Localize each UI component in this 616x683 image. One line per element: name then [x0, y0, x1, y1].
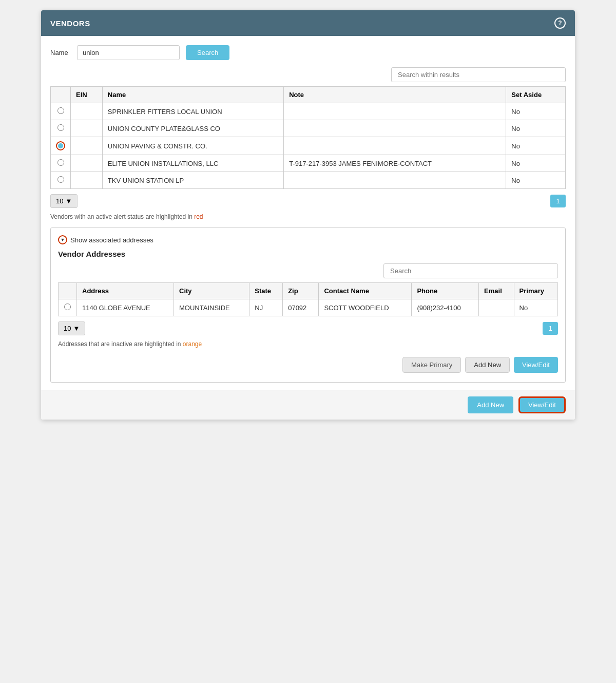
addr-col-select — [59, 283, 77, 299]
addr-search-row — [58, 263, 558, 278]
inactive-note: Addresses that are inactive are highligh… — [58, 340, 558, 348]
addresses-table: Address City State Zip Contact Name Phon… — [58, 282, 558, 316]
radio-cell[interactable] — [51, 137, 71, 155]
addr-radio[interactable] — [64, 303, 71, 310]
name-input[interactable] — [77, 45, 180, 60]
toggle-triangle-icon: ▼ — [61, 237, 65, 242]
vendors-table: EIN Name Note Set Aside SPRINKLER FITTER… — [50, 86, 566, 189]
vendor-setaside: No — [506, 172, 566, 189]
addr-col-primary: Primary — [514, 283, 557, 299]
vendor-name: TKV UNION STATION LP — [102, 172, 283, 189]
vendor-setaside: No — [506, 155, 566, 172]
addr-per-page-value: 10 — [64, 325, 71, 332]
addr-email — [479, 299, 514, 316]
addr-col-city: City — [174, 283, 249, 299]
addr-phone: (908)232-4100 — [412, 299, 479, 316]
vendor-ein — [71, 172, 103, 189]
toggle-label: Show associated addresses — [70, 236, 153, 244]
addr-search-input[interactable] — [383, 263, 558, 278]
addr-zip: 07092 — [283, 299, 319, 316]
radio-selected-icon[interactable] — [56, 141, 65, 150]
page-number[interactable]: 1 — [550, 195, 566, 207]
addr-col-email: Email — [479, 283, 514, 299]
add-new-address-button[interactable]: Add New — [465, 357, 510, 373]
vendor-ein — [71, 137, 103, 155]
per-page-value: 10 — [56, 197, 63, 205]
addresses-title: Vendor Addresses — [58, 250, 558, 258]
addr-page-number[interactable]: 1 — [543, 322, 558, 335]
addr-radio-cell[interactable] — [59, 299, 77, 316]
vendor-ein — [71, 103, 103, 120]
col-note: Note — [284, 87, 506, 103]
addr-per-page-dropdown[interactable]: 10 ▼ — [58, 321, 85, 335]
vendor-note — [284, 137, 506, 155]
vendor-ein — [71, 120, 103, 137]
col-select — [51, 87, 71, 103]
addr-col-address: Address — [77, 283, 174, 299]
addr-col-state: State — [249, 283, 283, 299]
alert-note-text: Vendors with an active alert status are … — [50, 213, 194, 220]
vendor-setaside: No — [506, 120, 566, 137]
radio-cell[interactable] — [51, 155, 71, 172]
vendor-note — [284, 172, 506, 189]
vendor-name: SPRINKLER FITTERS LOCAL UNION — [102, 103, 283, 120]
view-edit-address-button[interactable]: View/Edit — [514, 357, 558, 373]
vendor-radio[interactable] — [57, 107, 64, 114]
addr-primary: No — [514, 299, 557, 316]
modal-body: Name Search EIN Name Note Set Aside SPRI… — [41, 36, 575, 383]
table-row: UNION COUNTY PLATE&GLASS CONo — [51, 120, 566, 137]
vendor-name: ELITE UNION INSTALLATIONS, LLC — [102, 155, 283, 172]
vendor-setaside: No — [506, 137, 566, 155]
vendor-setaside: No — [506, 103, 566, 120]
search-button[interactable]: Search — [186, 45, 229, 60]
addr-pagination-row: 10 ▼ 1 — [58, 321, 558, 335]
make-primary-button[interactable]: Make Primary — [402, 357, 461, 373]
table-row: ELITE UNION INSTALLATIONS, LLCT-917-217-… — [51, 155, 566, 172]
addr-col-contact: Contact Name — [319, 283, 412, 299]
addr-table-row: 1140 GLOBE AVENUEMOUNTAINSIDENJ07092SCOT… — [59, 299, 558, 316]
per-page-chevron: ▼ — [65, 197, 72, 205]
addr-contact: SCOTT WOODFIELD — [319, 299, 412, 316]
vendors-pagination-row: 10 ▼ 1 — [50, 194, 566, 208]
add-new-footer-button[interactable]: Add New — [468, 396, 513, 413]
addr-action-buttons: Make Primary Add New View/Edit — [58, 354, 558, 375]
addresses-section: ▼ Show associated addresses Vendor Addre… — [50, 227, 566, 383]
help-icon[interactable]: ? — [554, 17, 566, 29]
radio-cell[interactable] — [51, 120, 71, 137]
addr-city: MOUNTAINSIDE — [174, 299, 249, 316]
modal-footer: Add New View/Edit — [41, 390, 575, 420]
vendor-name: UNION PAVING & CONSTR. CO. — [102, 137, 283, 155]
toggle-addresses[interactable]: ▼ Show associated addresses — [58, 235, 558, 244]
per-page-dropdown[interactable]: 10 ▼ — [50, 194, 78, 208]
vendor-radio[interactable] — [57, 176, 64, 183]
name-search-row: Name Search — [50, 45, 566, 60]
addr-address: 1140 GLOBE AVENUE — [77, 299, 174, 316]
inactive-note-text: Addresses that are inactive are highligh… — [58, 340, 183, 348]
col-ein: EIN — [71, 87, 103, 103]
table-row: SPRINKLER FITTERS LOCAL UNIONNo — [51, 103, 566, 120]
vendor-note: T-917-217-3953 JAMES FENIMORE-CONTACT — [284, 155, 506, 172]
vendor-name: UNION COUNTY PLATE&GLASS CO — [102, 120, 283, 137]
vendor-note — [284, 120, 506, 137]
view-edit-footer-button[interactable]: View/Edit — [518, 396, 566, 413]
toggle-circle-icon: ▼ — [58, 235, 67, 244]
addr-col-zip: Zip — [283, 283, 319, 299]
modal-title: VENDORS — [50, 19, 90, 28]
addr-state: NJ — [249, 299, 283, 316]
radio-cell[interactable] — [51, 172, 71, 189]
search-within-row — [50, 67, 566, 82]
name-label: Name — [50, 49, 71, 56]
addr-per-page-chevron: ▼ — [73, 325, 80, 332]
col-name: Name — [102, 87, 283, 103]
radio-cell[interactable] — [51, 103, 71, 120]
vendor-radio[interactable] — [57, 159, 64, 166]
table-row: UNION PAVING & CONSTR. CO.No — [51, 137, 566, 155]
vendor-radio[interactable] — [57, 124, 64, 131]
modal-header: VENDORS ? — [41, 10, 575, 36]
col-setaside: Set Aside — [506, 87, 566, 103]
table-row: TKV UNION STATION LPNo — [51, 172, 566, 189]
addr-col-phone: Phone — [412, 283, 479, 299]
vendor-ein — [71, 155, 103, 172]
search-within-input[interactable] — [391, 67, 566, 82]
vendor-note — [284, 103, 506, 120]
